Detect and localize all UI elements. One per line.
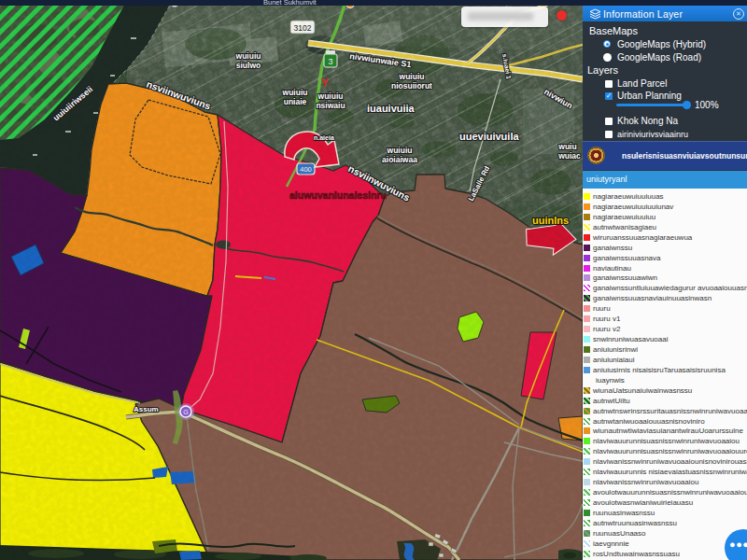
svg-text:iuauivuiia: iuauivuiia — [367, 103, 416, 114]
svg-text:uuinlns: uuinlns — [532, 215, 569, 226]
svg-text:wuiac: wuiac — [557, 151, 581, 161]
svg-text:wuiu: wuiu — [557, 142, 576, 151]
svg-text:nsiwaiu: nsiwaiu — [316, 101, 345, 110]
svg-text:wuiuiu: wuiuiu — [399, 72, 425, 81]
svg-text:wuiuiu: wuiuiu — [387, 146, 413, 155]
svg-text:niosuiiorut: niosuiiorut — [391, 81, 432, 91]
svg-text:wuiuiu: wuiuiu — [235, 51, 261, 61]
svg-text:wuiuiu: wuiuiu — [317, 91, 344, 101]
svg-text:wuiuiu: wuiuiu — [282, 88, 308, 97]
svg-text:siulwo: siulwo — [236, 61, 261, 70]
svg-text:n.aieia: n.aieia — [314, 134, 334, 141]
svg-text:uniaie: uniaie — [284, 97, 307, 106]
svg-text:uueviuivuila: uueviuivuila — [459, 131, 519, 142]
svg-text:aiuwuvaniunaiesinru: aiuwuvaniunaiesinru — [289, 189, 387, 201]
svg-text:Assum: Assum — [134, 405, 159, 413]
svg-text:aioiaiwaa: aioiaiwaa — [382, 155, 417, 164]
